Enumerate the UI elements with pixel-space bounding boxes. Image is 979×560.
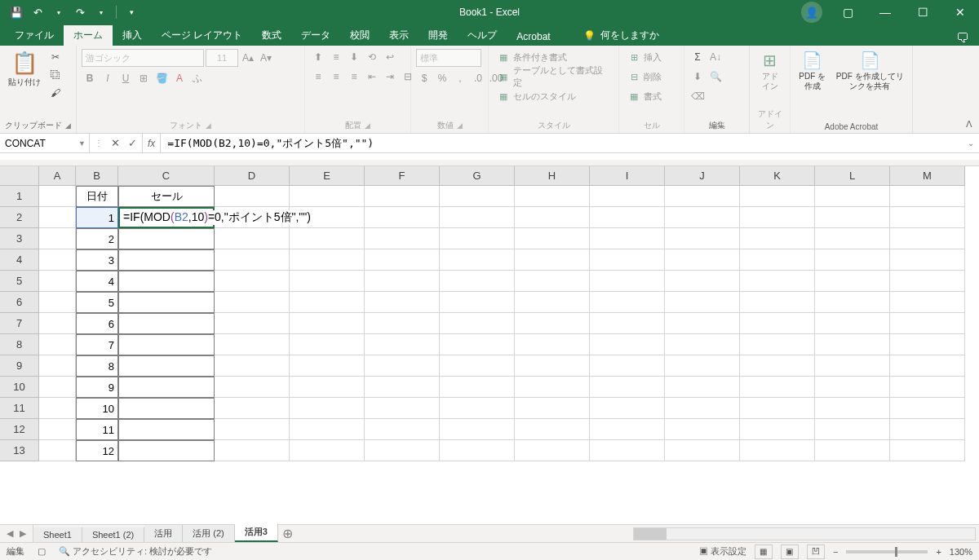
cell-A1[interactable] xyxy=(39,186,76,207)
expand-formula-bar-icon[interactable]: ⌄ xyxy=(963,134,979,152)
cell-J4[interactable] xyxy=(665,249,740,271)
tab-formulas[interactable]: 数式 xyxy=(252,25,291,46)
percent-icon[interactable]: % xyxy=(434,70,450,86)
close-button[interactable]: ✕ xyxy=(941,0,979,24)
cell-J5[interactable] xyxy=(665,271,740,292)
currency-icon[interactable]: $ xyxy=(416,70,432,86)
cell-F13[interactable] xyxy=(365,440,440,461)
zoom-slider[interactable] xyxy=(846,550,928,553)
collapse-ribbon-icon[interactable]: ᐱ xyxy=(966,119,972,130)
cell-D13[interactable] xyxy=(215,440,290,461)
tab-data[interactable]: データ xyxy=(291,25,340,46)
align-right-icon[interactable]: ≡ xyxy=(346,68,362,85)
cell-E1[interactable] xyxy=(290,186,365,207)
cell-B7[interactable]: 6 xyxy=(76,313,118,334)
column-header-I[interactable]: I xyxy=(590,166,665,186)
cell-styles-button[interactable]: ▦セルのスタイル xyxy=(494,88,579,104)
cell-G1[interactable] xyxy=(440,186,515,207)
cell-I6[interactable] xyxy=(590,292,665,313)
cell-G4[interactable] xyxy=(440,249,515,271)
cell-J8[interactable] xyxy=(665,334,740,355)
cell-I2[interactable] xyxy=(590,207,665,228)
cell-L4[interactable] xyxy=(815,249,890,271)
cell-C12[interactable] xyxy=(118,419,215,440)
select-all-corner[interactable] xyxy=(0,166,39,186)
cell-F1[interactable] xyxy=(365,186,440,207)
cell-H8[interactable] xyxy=(515,334,590,355)
cell-D10[interactable] xyxy=(215,377,290,398)
wrap-text-icon[interactable]: ↩ xyxy=(382,49,398,65)
cell-H7[interactable] xyxy=(515,313,590,334)
normal-view-icon[interactable]: ▦ xyxy=(755,545,773,559)
name-box-dropdown-icon[interactable]: ▼ xyxy=(78,139,86,148)
cell-K11[interactable] xyxy=(740,398,815,419)
phonetic-icon[interactable]: ふ xyxy=(189,70,206,86)
cell-C1[interactable]: セール xyxy=(118,186,215,207)
row-header-10[interactable]: 10 xyxy=(0,377,39,398)
cell-C9[interactable] xyxy=(118,355,215,377)
cell-C8[interactable] xyxy=(118,334,215,355)
cell-I4[interactable] xyxy=(590,249,665,271)
cell-E10[interactable] xyxy=(290,377,365,398)
cell-G10[interactable] xyxy=(440,377,515,398)
cell-M9[interactable] xyxy=(890,355,965,377)
sheet-tab-0[interactable]: Sheet1 xyxy=(33,527,82,542)
cell-G2[interactable] xyxy=(440,207,515,228)
decrease-font-icon[interactable]: A▾ xyxy=(258,50,274,66)
tab-review[interactable]: 校閲 xyxy=(340,25,379,46)
cell-J2[interactable] xyxy=(665,207,740,228)
page-break-view-icon[interactable]: 凹 xyxy=(807,545,825,559)
cell-A2[interactable] xyxy=(39,207,76,228)
decrease-indent-icon[interactable]: ⇤ xyxy=(364,68,380,85)
cell-L8[interactable] xyxy=(815,334,890,355)
cell-H11[interactable] xyxy=(515,398,590,419)
cell-B3[interactable]: 2 xyxy=(76,228,118,249)
cell-L1[interactable] xyxy=(815,186,890,207)
tab-insert[interactable]: 挿入 xyxy=(113,25,152,46)
cell-I3[interactable] xyxy=(590,228,665,249)
redo-dropdown-icon[interactable]: ▾ xyxy=(91,2,111,22)
share-button[interactable]: 🗨 xyxy=(946,31,979,46)
row-header-9[interactable]: 9 xyxy=(0,355,39,377)
cell-F9[interactable] xyxy=(365,355,440,377)
cell-D9[interactable] xyxy=(215,355,290,377)
cell-M13[interactable] xyxy=(890,440,965,461)
insert-function-icon[interactable]: fx xyxy=(143,134,161,152)
sheet-tab-4[interactable]: 活用3 xyxy=(235,523,278,542)
cell-K2[interactable] xyxy=(740,207,815,228)
cell-D6[interactable] xyxy=(215,292,290,313)
cell-C11[interactable] xyxy=(118,398,215,419)
cell-B2[interactable]: 1 xyxy=(76,207,118,228)
clipboard-dialog-icon[interactable]: ◢ xyxy=(65,121,71,130)
column-header-L[interactable]: L xyxy=(815,166,890,186)
page-layout-view-icon[interactable]: ▣ xyxy=(781,545,799,559)
cell-H1[interactable] xyxy=(515,186,590,207)
cell-B5[interactable]: 4 xyxy=(76,271,118,292)
cell-D8[interactable] xyxy=(215,334,290,355)
pdf-share-button[interactable]: 📄 PDF を作成してリンクを共有 xyxy=(832,49,907,93)
cell-K13[interactable] xyxy=(740,440,815,461)
cell-J12[interactable] xyxy=(665,419,740,440)
delete-cells-button[interactable]: ⊟削除 xyxy=(624,68,665,85)
cell-C7[interactable] xyxy=(118,313,215,334)
cell-B10[interactable]: 9 xyxy=(76,377,118,398)
pdf-create-button[interactable]: 📄 PDF を作成 xyxy=(795,49,829,93)
cell-H3[interactable] xyxy=(515,228,590,249)
cell-F7[interactable] xyxy=(365,313,440,334)
align-center-icon[interactable]: ≡ xyxy=(328,68,344,85)
cell-H13[interactable] xyxy=(515,440,590,461)
paste-button[interactable]: 📋 貼り付け xyxy=(5,49,44,89)
cell-K10[interactable] xyxy=(740,377,815,398)
cell-M6[interactable] xyxy=(890,292,965,313)
border-icon[interactable]: ⊞ xyxy=(135,70,152,86)
cell-G8[interactable] xyxy=(440,334,515,355)
cell-L13[interactable] xyxy=(815,440,890,461)
cell-K4[interactable] xyxy=(740,249,815,271)
cell-L9[interactable] xyxy=(815,355,890,377)
column-header-C[interactable]: C xyxy=(118,166,215,186)
cut-icon[interactable]: ✂ xyxy=(47,49,64,65)
tab-page-layout[interactable]: ページ レイアウト xyxy=(152,25,252,46)
cell-L5[interactable] xyxy=(815,271,890,292)
zoom-out-icon[interactable]: − xyxy=(833,547,838,557)
underline-icon[interactable]: U xyxy=(117,70,134,86)
